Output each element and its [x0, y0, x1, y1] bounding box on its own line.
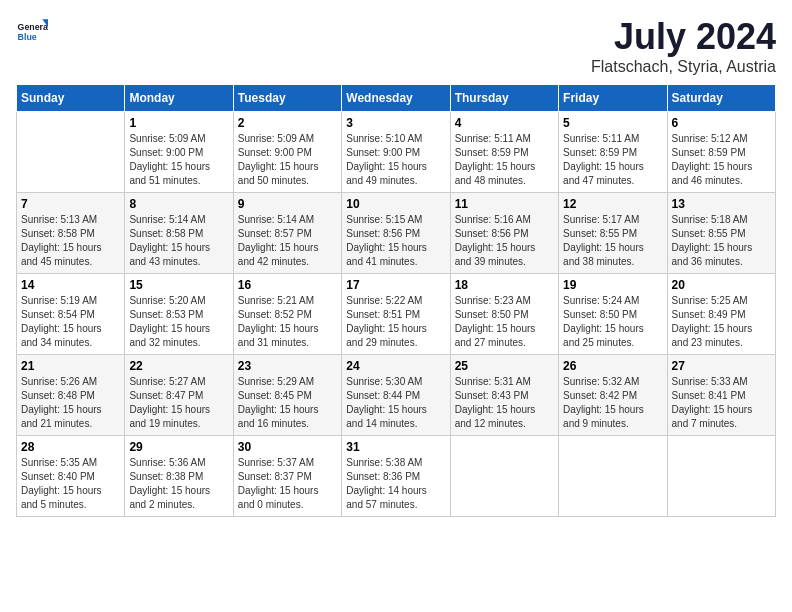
- calendar-cell-w4-d1: 22Sunrise: 5:27 AM Sunset: 8:47 PM Dayli…: [125, 355, 233, 436]
- calendar-cell-w4-d5: 26Sunrise: 5:32 AM Sunset: 8:42 PM Dayli…: [559, 355, 667, 436]
- calendar-cell-w1-d0: [17, 112, 125, 193]
- day-number: 14: [21, 278, 120, 292]
- day-info: Sunrise: 5:22 AM Sunset: 8:51 PM Dayligh…: [346, 294, 445, 350]
- calendar-cell-w4-d3: 24Sunrise: 5:30 AM Sunset: 8:44 PM Dayli…: [342, 355, 450, 436]
- day-number: 27: [672, 359, 771, 373]
- calendar-cell-w4-d4: 25Sunrise: 5:31 AM Sunset: 8:43 PM Dayli…: [450, 355, 558, 436]
- calendar-cell-w4-d6: 27Sunrise: 5:33 AM Sunset: 8:41 PM Dayli…: [667, 355, 775, 436]
- day-number: 5: [563, 116, 662, 130]
- day-info: Sunrise: 5:37 AM Sunset: 8:37 PM Dayligh…: [238, 456, 337, 512]
- day-number: 20: [672, 278, 771, 292]
- calendar-cell-w3-d4: 18Sunrise: 5:23 AM Sunset: 8:50 PM Dayli…: [450, 274, 558, 355]
- day-info: Sunrise: 5:14 AM Sunset: 8:57 PM Dayligh…: [238, 213, 337, 269]
- day-number: 10: [346, 197, 445, 211]
- day-number: 26: [563, 359, 662, 373]
- page-title: July 2024: [591, 16, 776, 58]
- day-info: Sunrise: 5:21 AM Sunset: 8:52 PM Dayligh…: [238, 294, 337, 350]
- day-number: 18: [455, 278, 554, 292]
- day-number: 6: [672, 116, 771, 130]
- calendar-table: SundayMondayTuesdayWednesdayThursdayFrid…: [16, 84, 776, 517]
- day-number: 4: [455, 116, 554, 130]
- day-info: Sunrise: 5:19 AM Sunset: 8:54 PM Dayligh…: [21, 294, 120, 350]
- day-info: Sunrise: 5:26 AM Sunset: 8:48 PM Dayligh…: [21, 375, 120, 431]
- day-info: Sunrise: 5:11 AM Sunset: 8:59 PM Dayligh…: [455, 132, 554, 188]
- calendar-cell-w2-d1: 8Sunrise: 5:14 AM Sunset: 8:58 PM Daylig…: [125, 193, 233, 274]
- calendar-cell-w2-d5: 12Sunrise: 5:17 AM Sunset: 8:55 PM Dayli…: [559, 193, 667, 274]
- calendar-cell-w2-d6: 13Sunrise: 5:18 AM Sunset: 8:55 PM Dayli…: [667, 193, 775, 274]
- svg-text:General: General: [18, 22, 48, 32]
- day-info: Sunrise: 5:09 AM Sunset: 9:00 PM Dayligh…: [129, 132, 228, 188]
- day-info: Sunrise: 5:15 AM Sunset: 8:56 PM Dayligh…: [346, 213, 445, 269]
- day-info: Sunrise: 5:09 AM Sunset: 9:00 PM Dayligh…: [238, 132, 337, 188]
- page-subtitle: Flatschach, Styria, Austria: [591, 58, 776, 76]
- calendar-week-1: 1Sunrise: 5:09 AM Sunset: 9:00 PM Daylig…: [17, 112, 776, 193]
- calendar-cell-w5-d5: [559, 436, 667, 517]
- calendar-cell-w5-d1: 29Sunrise: 5:36 AM Sunset: 8:38 PM Dayli…: [125, 436, 233, 517]
- weekday-header-saturday: Saturday: [667, 85, 775, 112]
- day-info: Sunrise: 5:11 AM Sunset: 8:59 PM Dayligh…: [563, 132, 662, 188]
- title-block: July 2024 Flatschach, Styria, Austria: [591, 16, 776, 76]
- day-number: 12: [563, 197, 662, 211]
- calendar-week-4: 21Sunrise: 5:26 AM Sunset: 8:48 PM Dayli…: [17, 355, 776, 436]
- day-info: Sunrise: 5:20 AM Sunset: 8:53 PM Dayligh…: [129, 294, 228, 350]
- day-number: 1: [129, 116, 228, 130]
- calendar-cell-w3-d3: 17Sunrise: 5:22 AM Sunset: 8:51 PM Dayli…: [342, 274, 450, 355]
- day-number: 3: [346, 116, 445, 130]
- day-number: 24: [346, 359, 445, 373]
- day-number: 8: [129, 197, 228, 211]
- calendar-cell-w1-d5: 5Sunrise: 5:11 AM Sunset: 8:59 PM Daylig…: [559, 112, 667, 193]
- calendar-week-2: 7Sunrise: 5:13 AM Sunset: 8:58 PM Daylig…: [17, 193, 776, 274]
- calendar-cell-w1-d4: 4Sunrise: 5:11 AM Sunset: 8:59 PM Daylig…: [450, 112, 558, 193]
- calendar-cell-w1-d6: 6Sunrise: 5:12 AM Sunset: 8:59 PM Daylig…: [667, 112, 775, 193]
- day-number: 23: [238, 359, 337, 373]
- day-info: Sunrise: 5:23 AM Sunset: 8:50 PM Dayligh…: [455, 294, 554, 350]
- day-info: Sunrise: 5:13 AM Sunset: 8:58 PM Dayligh…: [21, 213, 120, 269]
- day-number: 2: [238, 116, 337, 130]
- calendar-cell-w5-d0: 28Sunrise: 5:35 AM Sunset: 8:40 PM Dayli…: [17, 436, 125, 517]
- day-info: Sunrise: 5:17 AM Sunset: 8:55 PM Dayligh…: [563, 213, 662, 269]
- calendar-cell-w3-d6: 20Sunrise: 5:25 AM Sunset: 8:49 PM Dayli…: [667, 274, 775, 355]
- day-number: 17: [346, 278, 445, 292]
- calendar-cell-w5-d4: [450, 436, 558, 517]
- day-number: 15: [129, 278, 228, 292]
- calendar-cell-w1-d2: 2Sunrise: 5:09 AM Sunset: 9:00 PM Daylig…: [233, 112, 341, 193]
- calendar-cell-w2-d2: 9Sunrise: 5:14 AM Sunset: 8:57 PM Daylig…: [233, 193, 341, 274]
- weekday-header-row: SundayMondayTuesdayWednesdayThursdayFrid…: [17, 85, 776, 112]
- calendar-cell-w2-d0: 7Sunrise: 5:13 AM Sunset: 8:58 PM Daylig…: [17, 193, 125, 274]
- calendar-cell-w2-d4: 11Sunrise: 5:16 AM Sunset: 8:56 PM Dayli…: [450, 193, 558, 274]
- day-number: 25: [455, 359, 554, 373]
- calendar-cell-w5-d6: [667, 436, 775, 517]
- day-info: Sunrise: 5:16 AM Sunset: 8:56 PM Dayligh…: [455, 213, 554, 269]
- day-info: Sunrise: 5:30 AM Sunset: 8:44 PM Dayligh…: [346, 375, 445, 431]
- day-info: Sunrise: 5:14 AM Sunset: 8:58 PM Dayligh…: [129, 213, 228, 269]
- calendar-cell-w5-d3: 31Sunrise: 5:38 AM Sunset: 8:36 PM Dayli…: [342, 436, 450, 517]
- calendar-cell-w4-d2: 23Sunrise: 5:29 AM Sunset: 8:45 PM Dayli…: [233, 355, 341, 436]
- day-number: 22: [129, 359, 228, 373]
- day-number: 9: [238, 197, 337, 211]
- day-number: 30: [238, 440, 337, 454]
- weekday-header-sunday: Sunday: [17, 85, 125, 112]
- day-info: Sunrise: 5:35 AM Sunset: 8:40 PM Dayligh…: [21, 456, 120, 512]
- weekday-header-wednesday: Wednesday: [342, 85, 450, 112]
- day-info: Sunrise: 5:29 AM Sunset: 8:45 PM Dayligh…: [238, 375, 337, 431]
- day-info: Sunrise: 5:25 AM Sunset: 8:49 PM Dayligh…: [672, 294, 771, 350]
- day-info: Sunrise: 5:10 AM Sunset: 9:00 PM Dayligh…: [346, 132, 445, 188]
- day-info: Sunrise: 5:32 AM Sunset: 8:42 PM Dayligh…: [563, 375, 662, 431]
- calendar-cell-w2-d3: 10Sunrise: 5:15 AM Sunset: 8:56 PM Dayli…: [342, 193, 450, 274]
- day-number: 13: [672, 197, 771, 211]
- day-info: Sunrise: 5:38 AM Sunset: 8:36 PM Dayligh…: [346, 456, 445, 512]
- day-number: 31: [346, 440, 445, 454]
- day-info: Sunrise: 5:24 AM Sunset: 8:50 PM Dayligh…: [563, 294, 662, 350]
- calendar-week-5: 28Sunrise: 5:35 AM Sunset: 8:40 PM Dayli…: [17, 436, 776, 517]
- calendar-cell-w3-d2: 16Sunrise: 5:21 AM Sunset: 8:52 PM Dayli…: [233, 274, 341, 355]
- day-info: Sunrise: 5:33 AM Sunset: 8:41 PM Dayligh…: [672, 375, 771, 431]
- day-info: Sunrise: 5:36 AM Sunset: 8:38 PM Dayligh…: [129, 456, 228, 512]
- calendar-cell-w3-d5: 19Sunrise: 5:24 AM Sunset: 8:50 PM Dayli…: [559, 274, 667, 355]
- day-number: 7: [21, 197, 120, 211]
- logo-icon: General Blue: [16, 16, 48, 48]
- weekday-header-friday: Friday: [559, 85, 667, 112]
- day-number: 16: [238, 278, 337, 292]
- logo: General Blue: [16, 16, 48, 48]
- calendar-cell-w4-d0: 21Sunrise: 5:26 AM Sunset: 8:48 PM Dayli…: [17, 355, 125, 436]
- day-number: 11: [455, 197, 554, 211]
